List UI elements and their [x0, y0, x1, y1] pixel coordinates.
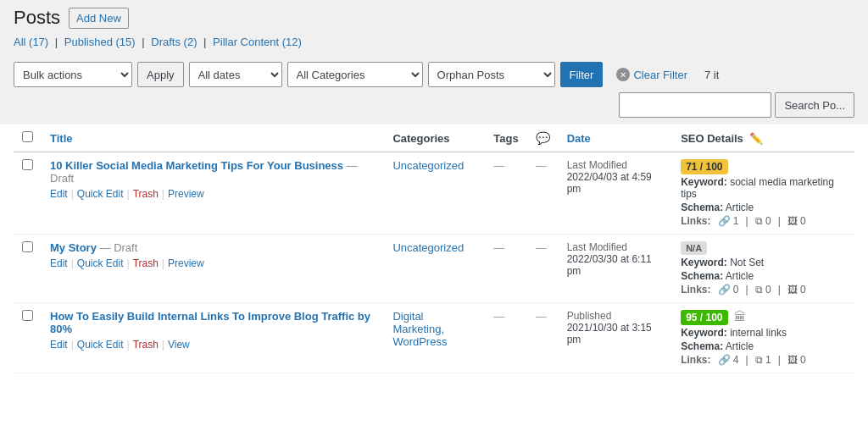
preview-link[interactable]: Preview	[168, 257, 204, 269]
post-date-cell: Published 2021/10/30 at 3:15 pm	[559, 303, 673, 373]
filter-button[interactable]: Filter	[560, 62, 604, 87]
bulk-actions-select[interactable]: Bulk actions	[14, 62, 132, 87]
subnav-drafts[interactable]: Drafts (2)	[151, 36, 197, 48]
post-seo-cell: 71 / 100 Keyword: social media marketing…	[672, 152, 854, 235]
search-input[interactable]	[619, 92, 771, 118]
add-new-button[interactable]: Add New	[69, 8, 129, 29]
row-checkbox[interactable]	[22, 241, 33, 252]
filters-bar: Bulk actions Apply All dates All Categor…	[0, 55, 868, 124]
row-actions: Edit | Quick Edit | Trash | Preview	[50, 257, 376, 269]
post-comments-cell: —	[527, 152, 559, 235]
page-title: Posts	[14, 7, 60, 29]
quick-edit-link[interactable]: Quick Edit	[77, 257, 124, 269]
seo-score-badge: 71 / 100	[681, 159, 727, 174]
search-button[interactable]: Search Po...	[775, 92, 854, 118]
row-actions: Edit | Quick Edit | Trash | Preview	[50, 188, 376, 200]
date-sort-link[interactable]: Date	[567, 132, 591, 145]
select-all-checkbox[interactable]	[22, 131, 33, 142]
clear-filter-button[interactable]: ✕ Clear Filter	[608, 62, 696, 87]
seo-schema: Schema: Article	[681, 202, 846, 213]
seo-schema: Schema: Article	[681, 270, 846, 282]
post-categories-cell: Uncategorized	[384, 152, 485, 235]
all-dates-select[interactable]: All dates	[189, 62, 282, 87]
comments-col-header: 💬	[527, 124, 559, 152]
comments-bubble-icon: 💬	[536, 131, 550, 145]
post-seo-cell: N/A Keyword: Not Set Schema: Article Lin…	[672, 235, 854, 303]
table-row: 10 Killer Social Media Marketing Tips Fo…	[14, 152, 854, 235]
post-title-cell: My Story — Draft Edit | Quick Edit | Tra…	[42, 235, 384, 303]
all-categories-select[interactable]: All Categories	[287, 62, 423, 87]
post-title-link[interactable]: My Story	[50, 241, 97, 254]
edit-link[interactable]: Edit	[50, 257, 68, 269]
table-row: My Story — Draft Edit | Quick Edit | Tra…	[14, 235, 854, 303]
title-col-header: Title	[42, 124, 384, 152]
trash-link[interactable]: Trash	[133, 339, 159, 351]
view-link[interactable]: View	[168, 339, 190, 351]
sub-nav: All (17) | Published (15) | Drafts (2) |…	[0, 32, 868, 55]
posts-table: Title Categories Tags 💬 Date SEO Details…	[14, 124, 854, 373]
post-comments-cell: —	[527, 303, 559, 373]
post-categories-cell: Uncategorized	[384, 235, 485, 303]
date-label: Published	[567, 310, 665, 322]
posts-table-container: Title Categories Tags 💬 Date SEO Details…	[0, 124, 868, 387]
filter-count: 7 it	[704, 69, 719, 81]
categories-col-header: Categories	[384, 124, 485, 152]
seo-score-badge: 95 / 100	[681, 310, 727, 325]
seo-details-col-header: SEO Details ✏️	[672, 124, 854, 152]
category-link[interactable]: Uncategorized	[392, 241, 464, 254]
date-value: 2021/10/30 at 3:15 pm	[567, 322, 665, 345]
seo-keyword: Keyword: internal links	[681, 327, 846, 339]
post-title-cell: 10 Killer Social Media Marketing Tips Fo…	[42, 152, 384, 235]
seo-schema: Schema: Article	[681, 340, 846, 352]
post-tags-cell: —	[485, 235, 526, 303]
apply-button[interactable]: Apply	[137, 62, 184, 87]
post-status: — Draft	[100, 241, 138, 254]
table-row: How To Easily Build Internal Links To Im…	[14, 303, 854, 373]
tags-col-header: Tags	[485, 124, 526, 152]
subnav-published[interactable]: Published (15)	[64, 36, 136, 48]
post-title-link[interactable]: How To Easily Build Internal Links To Im…	[50, 310, 370, 335]
post-tags-cell: —	[485, 303, 526, 373]
seo-edit-icon[interactable]: ✏️	[749, 132, 763, 145]
subnav-all[interactable]: All (17)	[14, 36, 48, 48]
seo-keyword: Keyword: social media marketing tips	[681, 176, 846, 200]
category-link[interactable]: Digital Marketing,WordPress	[392, 310, 447, 348]
seo-links: Links: 🔗 0 | ⧉ 0 | 🖼 0	[681, 284, 846, 296]
category-link[interactable]: Uncategorized	[392, 159, 464, 172]
date-col-header: Date	[559, 124, 673, 152]
date-label: Last Modified	[567, 159, 665, 171]
post-comments-cell: —	[527, 235, 559, 303]
trash-link[interactable]: Trash	[133, 257, 159, 269]
row-checkbox[interactable]	[22, 159, 33, 170]
subnav-pillar-content[interactable]: Pillar Content (12)	[213, 36, 302, 48]
quick-edit-link[interactable]: Quick Edit	[77, 188, 124, 200]
row-actions: Edit | Quick Edit | Trash | View	[50, 339, 376, 351]
select-all-col	[14, 124, 42, 152]
date-value: 2022/04/03 at 4:59 pm	[567, 171, 665, 195]
edit-link[interactable]: Edit	[50, 339, 68, 351]
post-date-cell: Last Modified 2022/04/03 at 4:59 pm	[559, 152, 673, 235]
seo-keyword: Keyword: Not Set	[681, 257, 846, 268]
post-title-cell: How To Easily Build Internal Links To Im…	[42, 303, 384, 373]
seo-links: Links: 🔗 4 | ⧉ 1 | 🖼 0	[681, 354, 846, 366]
post-seo-cell: 95 / 100 🏛 Keyword: internal links Schem…	[672, 303, 854, 373]
post-date-cell: Last Modified 2022/03/30 at 6:11 pm	[559, 235, 673, 303]
orphan-posts-select[interactable]: Orphan Posts	[428, 62, 555, 87]
seo-links: Links: 🔗 1 | ⧉ 0 | 🖼 0	[681, 215, 846, 227]
title-sort-link[interactable]: Title	[50, 132, 73, 145]
seo-score-badge: N/A	[681, 241, 707, 255]
pillar-icon: 🏛	[734, 310, 746, 323]
preview-link[interactable]: Preview	[168, 188, 204, 200]
post-categories-cell: Digital Marketing,WordPress	[384, 303, 485, 373]
clear-filter-icon: ✕	[616, 68, 630, 81]
search-area: Search Po...	[619, 92, 854, 118]
row-checkbox[interactable]	[22, 310, 33, 321]
post-title-link[interactable]: 10 Killer Social Media Marketing Tips Fo…	[50, 159, 343, 172]
trash-link[interactable]: Trash	[133, 188, 159, 200]
quick-edit-link[interactable]: Quick Edit	[77, 339, 124, 351]
post-tags-cell: —	[485, 152, 526, 235]
date-value: 2022/03/30 at 6:11 pm	[567, 253, 665, 277]
edit-link[interactable]: Edit	[50, 188, 68, 200]
date-label: Last Modified	[567, 241, 665, 253]
